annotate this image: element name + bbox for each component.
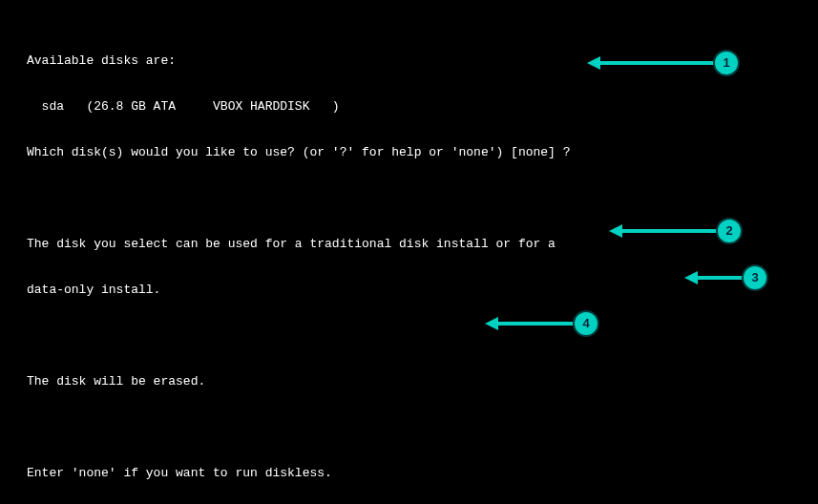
prompt-line: Which disk(s) would you like to use? (or… [27,145,791,160]
blank-line [27,191,791,206]
blank-line [27,420,791,435]
blank-line [27,328,791,344]
text-line: The disk you select can be used for a tr… [27,237,791,252]
text-line: The disk will be erased. [27,374,791,389]
text-line: Enter 'none' if you want to run diskless… [27,466,791,481]
text-line: sda (26.8 GB ATA VBOX HARDDISK ) [27,99,791,115]
text-line: data-only install. [27,283,791,298]
text-line: Available disks are: [27,53,791,69]
terminal-output[interactable]: Available disks are: sda (26.8 GB ATA VB… [0,0,818,504]
